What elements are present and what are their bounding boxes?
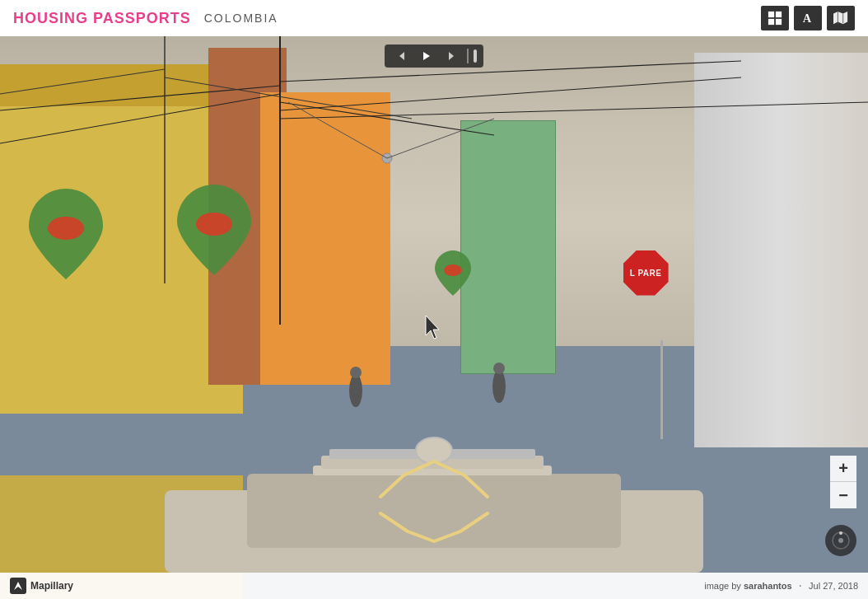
header: HOUSING PASSPORTS COLOMBIA A xyxy=(0,0,868,36)
svg-marker-36 xyxy=(449,52,454,60)
map-view-button[interactable] xyxy=(827,6,855,30)
building-orange xyxy=(260,92,390,385)
grid-view-button[interactable] xyxy=(761,6,789,30)
nav-prev-icon xyxy=(396,50,408,62)
svg-text:A: A xyxy=(803,12,812,25)
building-left-yellow xyxy=(0,64,243,413)
building-teal xyxy=(460,120,556,373)
streetview[interactable]: L PARE xyxy=(0,36,868,599)
header-left: HOUSING PASSPORTS COLOMBIA xyxy=(13,10,278,27)
map-icon xyxy=(833,11,848,26)
app-title: HOUSING PASSPORTS xyxy=(13,10,191,27)
mapillary-logo: Mapillary xyxy=(10,578,73,594)
svg-point-38 xyxy=(838,538,843,543)
nav-next-button[interactable] xyxy=(441,48,462,64)
zoom-controls: + − xyxy=(830,456,856,508)
country-label: COLOMBIA xyxy=(204,12,278,25)
vehicle-roof xyxy=(0,424,868,573)
stop-sign-text: L PARE xyxy=(630,269,662,278)
zoom-out-button[interactable]: − xyxy=(830,482,856,508)
footer-image-by: image by sarahantos xyxy=(704,581,791,591)
text-view-button[interactable]: A xyxy=(794,6,822,30)
nav-indicator xyxy=(474,49,477,63)
nav-prev-button[interactable] xyxy=(391,48,413,64)
svg-marker-34 xyxy=(399,52,404,60)
mapillary-brand-icon xyxy=(12,580,24,592)
svg-rect-3 xyxy=(776,19,782,25)
svg-rect-2 xyxy=(768,19,774,25)
nav-next-icon xyxy=(446,50,457,62)
svg-rect-1 xyxy=(776,12,782,17)
mapillary-icon xyxy=(10,578,26,594)
footer: Mapillary image by sarahantos · Jul 27, … xyxy=(0,573,868,599)
footer-separator-dot: · xyxy=(799,578,802,593)
stop-sign: L PARE xyxy=(623,250,669,296)
footer-date: Jul 27, 2018 xyxy=(809,581,858,591)
nav-controls xyxy=(385,44,483,68)
zoom-in-button[interactable]: + xyxy=(830,456,856,482)
svg-point-39 xyxy=(839,531,842,535)
nav-play-button[interactable] xyxy=(416,48,437,64)
compass-button[interactable] xyxy=(825,525,856,556)
svg-marker-35 xyxy=(423,52,430,60)
header-icons: A xyxy=(761,6,855,30)
grid-icon xyxy=(768,11,782,26)
compass-icon xyxy=(831,531,851,550)
svg-rect-29 xyxy=(247,474,621,548)
nav-divider xyxy=(467,49,469,63)
text-icon: A xyxy=(800,11,815,26)
svg-point-26 xyxy=(492,370,506,403)
building-right xyxy=(694,53,868,447)
mapillary-text: Mapillary xyxy=(30,580,73,592)
svg-rect-0 xyxy=(768,12,774,17)
nav-play-icon xyxy=(421,50,432,62)
footer-username: sarahantos xyxy=(744,581,792,591)
